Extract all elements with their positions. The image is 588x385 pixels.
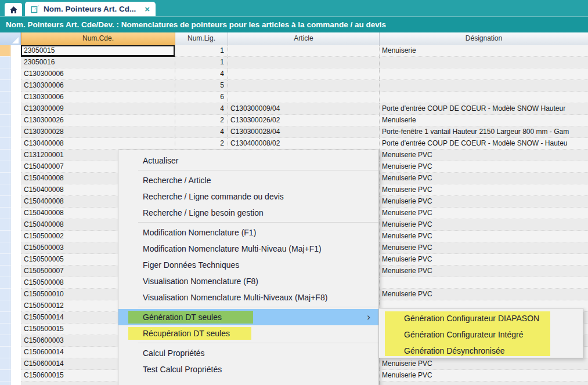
menu-item[interactable]: Actualiser	[118, 152, 378, 169]
cell-designation[interactable]: Porte-fenêtre 1 vantail Hauteur 2150 Lar…	[380, 126, 588, 138]
row-selector[interactable]	[0, 196, 10, 208]
cell-designation[interactable]: Menuiserie	[380, 115, 588, 126]
row-selector[interactable]	[0, 150, 10, 161]
cell-designation[interactable]: Menuiserie PVC	[380, 370, 588, 382]
cell-num-lig[interactable]: 6	[175, 92, 228, 103]
row-selector[interactable]	[0, 335, 10, 347]
submenu-item[interactable]: Génération Configurateur DIAPASON	[379, 310, 583, 326]
menu-item[interactable]: Recherche / Ligne commande ou devis	[118, 188, 378, 205]
row-selector[interactable]	[0, 173, 10, 184]
submenu-item[interactable]: Génération Désynchronisée	[379, 343, 583, 359]
row-selector[interactable]	[0, 289, 10, 300]
menu-item[interactable]: Test Calcul Propriétés	[118, 361, 378, 377]
cell-designation[interactable]: Menuiserie PVC	[380, 358, 588, 370]
cell-designation[interactable]: Menuiserie PVC	[380, 254, 588, 266]
row-selector[interactable]	[0, 300, 10, 312]
menu-item[interactable]: Modification Nomenclature Multi-Niveau (…	[118, 241, 378, 257]
menu-item[interactable]: Modification Nomenclature (F1)	[118, 224, 378, 241]
cell-designation[interactable]: Menuiserie PVC	[380, 161, 588, 173]
cell-designation[interactable]: Menuiserie PVC	[380, 289, 588, 300]
table-row[interactable]: C1303000284C130300028/04Porte-fenêtre 1 …	[0, 126, 588, 138]
row-selector[interactable]	[0, 382, 10, 385]
menu-item[interactable]: Recherche / Article	[118, 172, 378, 188]
cell-num-lig[interactable]: 5	[175, 80, 228, 92]
menu-item[interactable]: Figer Données Techniques	[118, 257, 378, 273]
row-selector[interactable]	[0, 358, 10, 370]
row-selector[interactable]	[0, 208, 10, 219]
cell-article[interactable]: C130300026/02	[228, 115, 380, 126]
column-header-article[interactable]: Article	[228, 32, 380, 45]
cell-designation[interactable]: Porte d'entrée COUP DE COEUR - Modèle SN…	[380, 138, 588, 150]
cell-designation[interactable]: Menuiserie PVC	[380, 231, 588, 242]
cell-designation[interactable]	[380, 68, 588, 80]
row-selector[interactable]	[0, 219, 10, 231]
column-header-num-lig[interactable]: Num.Lig.	[175, 32, 228, 45]
cell-num-lig[interactable]: 2	[175, 138, 228, 150]
row-selector[interactable]	[0, 231, 10, 242]
cell-article[interactable]	[228, 68, 380, 80]
menu-item[interactable]: Calcul Propriétés	[118, 345, 378, 361]
table-row[interactable]: C1303000064	[0, 68, 588, 80]
cell-designation[interactable]: Menuiserie PVC	[380, 184, 588, 196]
cell-num-cde[interactable]: C130300009	[21, 103, 175, 115]
cell-article[interactable]: C130400008/02	[228, 138, 380, 150]
cell-num-lig[interactable]: 2	[175, 115, 228, 126]
row-selector[interactable]	[0, 324, 10, 335]
cell-designation[interactable]	[380, 382, 588, 385]
cell-designation[interactable]: Menuiserie PVC	[380, 242, 588, 254]
tab-close-icon[interactable]: ×	[145, 5, 150, 13]
active-tab[interactable]: Nom. Pointeurs Art. Cd... ×	[25, 2, 156, 16]
row-selector[interactable]	[0, 184, 10, 196]
row-selector[interactable]	[0, 115, 10, 126]
row-selector[interactable]	[0, 347, 10, 358]
cell-designation[interactable]: Menuiserie PVC	[380, 173, 588, 184]
row-selector[interactable]	[0, 161, 10, 173]
row-selector[interactable]	[0, 103, 10, 115]
column-header-num-cde[interactable]: Num.Cde.	[21, 32, 175, 45]
cell-article[interactable]: C130300009/04	[228, 103, 380, 115]
cell-designation[interactable]: Menuiserie	[380, 45, 588, 57]
cell-num-cde[interactable]: C130300026	[21, 115, 175, 126]
cell-num-cde[interactable]: C130300006	[21, 80, 175, 92]
cell-article[interactable]	[228, 92, 380, 103]
cell-num-cde[interactable]: 23050016	[21, 57, 175, 68]
cell-num-cde[interactable]: C130300028	[21, 126, 175, 138]
row-selector[interactable]	[0, 45, 10, 57]
cell-num-lig[interactable]: 4	[175, 126, 228, 138]
cell-designation[interactable]	[380, 80, 588, 92]
row-selector[interactable]	[0, 68, 10, 80]
cell-designation[interactable]	[380, 277, 588, 289]
row-selector[interactable]	[0, 126, 10, 138]
cell-article[interactable]	[228, 45, 380, 57]
cell-designation[interactable]	[380, 57, 588, 68]
row-selector[interactable]	[0, 57, 10, 68]
cell-designation[interactable]: Menuiserie PVC	[380, 150, 588, 161]
cell-designation[interactable]: Menuiserie PVC	[380, 196, 588, 208]
table-row[interactable]: C1303000066	[0, 92, 588, 103]
cell-designation[interactable]: Menuiserie PVC	[380, 208, 588, 219]
cell-num-cde[interactable]: C130400008	[21, 138, 175, 150]
cell-num-cde[interactable]: C130300006	[21, 68, 175, 80]
table-row[interactable]: C1303000065	[0, 80, 588, 92]
cell-num-lig[interactable]: 1	[175, 45, 228, 57]
table-row[interactable]: C1303000094C130300009/04Porte d'entrée C…	[0, 103, 588, 115]
row-selector[interactable]	[0, 277, 10, 289]
cell-designation[interactable]: Menuiserie PVC	[380, 219, 588, 231]
home-tab[interactable]	[5, 3, 22, 16]
table-row[interactable]: 230500151Menuiserie	[0, 45, 588, 57]
submenu-item[interactable]: Génération Configurateur Intégré	[379, 326, 583, 343]
row-selector[interactable]	[0, 266, 10, 277]
menu-item[interactable]: Récupération DT seules	[118, 325, 378, 342]
cell-num-lig[interactable]: 1	[175, 57, 228, 68]
row-selector[interactable]	[0, 370, 10, 382]
menu-item[interactable]: Recherche / Ligne besoin gestion	[118, 205, 378, 221]
menu-item[interactable]: Visualisation Nomenclature (F8)	[118, 273, 378, 289]
table-row[interactable]: 230500161	[0, 57, 588, 68]
menu-item[interactable]: Visualisation Nomenclature Multi-Niveaux…	[118, 289, 378, 306]
row-selector[interactable]	[0, 92, 10, 103]
table-row[interactable]: C1303000262C130300026/02Menuiserie	[0, 115, 588, 126]
cell-num-cde[interactable]: C130300006	[21, 92, 175, 103]
table-row[interactable]: C1304000082C130400008/02Porte d'entrée C…	[0, 138, 588, 150]
menu-item[interactable]: Génération DT seules›	[118, 309, 378, 325]
cell-article[interactable]: C130300028/04	[228, 126, 380, 138]
